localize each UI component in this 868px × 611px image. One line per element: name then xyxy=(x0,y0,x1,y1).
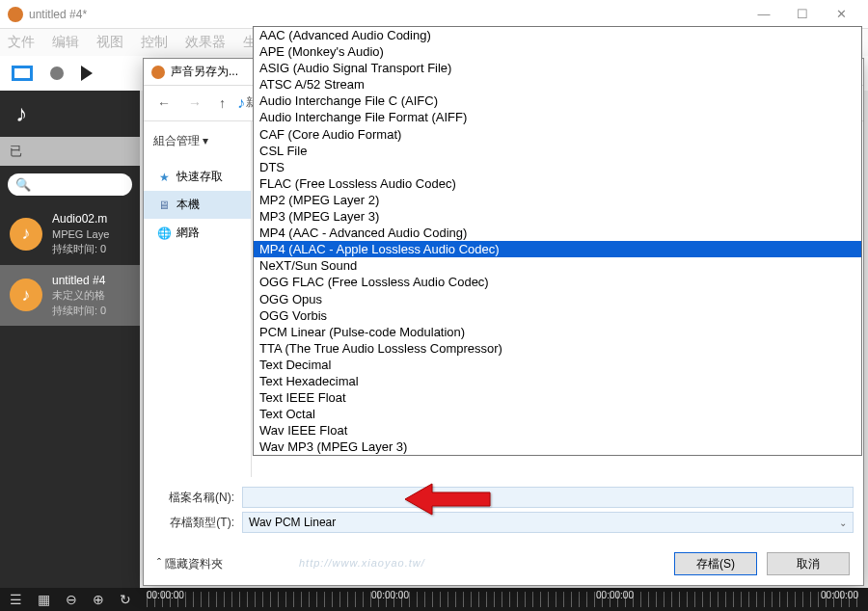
dialog-app-icon xyxy=(151,66,165,79)
grid-icon[interactable]: ▦ xyxy=(38,592,50,607)
format-option[interactable]: CAF (Core Audio Format) xyxy=(254,126,861,143)
format-option[interactable]: Text Octal xyxy=(254,406,861,422)
format-option[interactable]: MP3 (MPEG Layer 3) xyxy=(254,208,861,225)
app-titlebar: untitled #4* — ☐ ✕ xyxy=(0,0,868,29)
list-item[interactable]: ♪ untitled #4 未定义的格 持续时间: 0 xyxy=(0,265,140,327)
audio-thumb-icon: ♪ xyxy=(10,218,42,251)
format-option[interactable]: OGG Vorbis xyxy=(254,307,861,324)
menu-file[interactable]: 文件 xyxy=(8,34,35,51)
menu-control[interactable]: 控制 xyxy=(141,34,168,51)
filetype-select[interactable]: Wav PCM Linear ⌄ xyxy=(242,512,854,533)
format-option[interactable]: Text Decimal xyxy=(254,357,861,373)
format-option[interactable]: AAC (Advanced Audio Coding) xyxy=(254,27,861,43)
zoom-out-icon[interactable]: ⊖ xyxy=(66,592,77,607)
format-option[interactable]: ASIG (Audio Signal Transport File) xyxy=(254,60,861,76)
breadcrumb-icon[interactable]: ♪ xyxy=(237,94,245,112)
format-option[interactable]: Text IEEE Float xyxy=(254,389,861,406)
app-title: untitled #4* xyxy=(29,8,745,21)
sidebar-item-network[interactable]: 🌐 網路 xyxy=(144,219,251,247)
format-option[interactable]: CSL File xyxy=(254,143,861,159)
format-option[interactable]: APE (Monkey's Audio) xyxy=(254,43,861,60)
organize-button[interactable]: 組合管理 ▾ xyxy=(144,129,251,153)
record-icon[interactable] xyxy=(50,66,64,80)
audio-thumb-icon: ♪ xyxy=(10,279,42,311)
format-option[interactable]: DTS xyxy=(254,159,861,175)
up-button[interactable]: ↑ xyxy=(213,93,231,113)
sidebar-item-quick-access[interactable]: ★ 快速存取 xyxy=(144,163,251,191)
minimize-button[interactable]: — xyxy=(745,1,783,28)
format-option[interactable]: OGG FLAC (Free Lossless Audio Codec) xyxy=(254,274,861,290)
menu-effects[interactable]: 效果器 xyxy=(185,34,226,51)
back-button[interactable]: ← xyxy=(151,93,176,113)
timeline-ruler[interactable]: 00:00:00 00:00:00 00:00:00 00:00:00 xyxy=(147,592,858,607)
format-option[interactable]: OGG Opus xyxy=(254,291,861,307)
save-button[interactable]: 存檔(S) xyxy=(674,552,757,575)
format-option[interactable]: MP4 (ALAC - Apple Lossless Audio Codec) xyxy=(254,241,861,257)
format-option[interactable]: NeXT/Sun Sound xyxy=(254,257,861,274)
dialog-form: 檔案名稱(N): 存檔類型(T): Wav PCM Linear ⌄ xyxy=(144,477,863,543)
file-panel: ♪ 已 🔍 ♪ Audio02.m MPEG Laye 持续时间: 0 ♪ un… xyxy=(0,91,140,588)
status-bar: ☰ ▦ ⊖ ⊕ ↻ 00:00:00 00:00:00 00:00:00 00:… xyxy=(0,588,868,611)
format-option[interactable]: Audio Interchange File C (AIFC) xyxy=(254,93,861,109)
format-option[interactable]: Wav IEEE Float xyxy=(254,422,861,438)
close-button[interactable]: ✕ xyxy=(822,1,860,28)
format-option[interactable]: Wav PCM Linear xyxy=(254,455,861,456)
format-option[interactable]: TTA (The True Audio Lossless Compressor) xyxy=(254,340,861,357)
music-note-icon: ♪ xyxy=(15,100,27,127)
format-option[interactable]: Wav MP3 (MPEG Layer 3) xyxy=(254,438,861,455)
star-icon: ★ xyxy=(157,171,171,184)
format-option[interactable]: FLAC (Free Lossless Audio Codec) xyxy=(254,175,861,192)
maximize-button[interactable]: ☐ xyxy=(783,1,822,28)
watermark: http://www.xiaoyao.tw/ xyxy=(299,557,425,569)
stop-icon[interactable] xyxy=(12,66,33,81)
chevron-up-icon: ˆ xyxy=(157,557,161,571)
list-icon[interactable]: ☰ xyxy=(10,592,22,607)
list-item[interactable]: ♪ Audio02.m MPEG Laye 持续时间: 0 xyxy=(0,203,140,265)
pc-icon: 🖥 xyxy=(157,199,171,212)
search-input[interactable]: 🔍 xyxy=(8,173,132,196)
forward-button[interactable]: → xyxy=(182,93,207,113)
filetype-label: 存檔類型(T): xyxy=(153,515,242,531)
filename-label: 檔案名稱(N): xyxy=(153,490,242,506)
chevron-down-icon: ⌄ xyxy=(839,518,847,528)
network-icon: 🌐 xyxy=(157,226,171,240)
format-option[interactable]: MP4 (AAC - Advanced Audio Coding) xyxy=(254,225,861,241)
format-option[interactable]: MP2 (MPEG Layer 2) xyxy=(254,192,861,208)
refresh-icon[interactable]: ↻ xyxy=(120,592,131,607)
dialog-sidebar: 組合管理 ▾ ★ 快速存取 🖥 本機 🌐 網路 xyxy=(144,121,252,477)
play-icon[interactable] xyxy=(81,66,93,81)
panel-section-header: 已 xyxy=(0,137,140,166)
cancel-button[interactable]: 取消 xyxy=(767,552,850,575)
menu-view[interactable]: 视图 xyxy=(96,34,123,51)
format-option[interactable]: Audio Interchange File Format (AIFF) xyxy=(254,109,861,125)
zoom-in-icon[interactable]: ⊕ xyxy=(93,592,104,607)
format-option[interactable]: PCM Linear (Pulse-code Modulation) xyxy=(254,324,861,340)
app-icon xyxy=(8,7,23,22)
format-option[interactable]: ATSC A/52 Stream xyxy=(254,76,861,93)
filename-input[interactable] xyxy=(242,487,854,508)
format-option[interactable]: Text Hexadecimal xyxy=(254,373,861,389)
menu-edit[interactable]: 编辑 xyxy=(52,34,79,51)
filetype-dropdown-list[interactable]: AAC (Advanced Audio Coding)APE (Monkey's… xyxy=(253,26,862,456)
sidebar-item-this-pc[interactable]: 🖥 本機 xyxy=(144,191,251,219)
